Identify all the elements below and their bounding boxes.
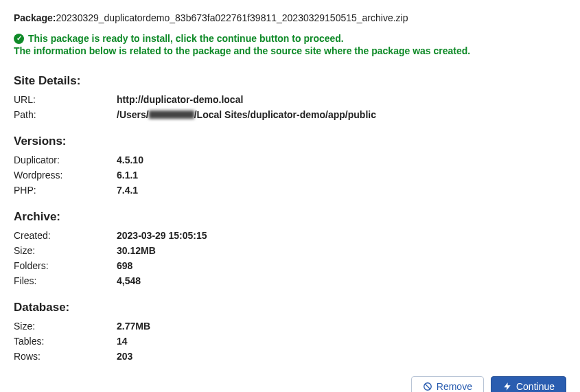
row-wordpress: Wordpress: 6.1.1 (14, 168, 566, 183)
package-filename: 20230329_duplicatordemo_83b673fa022761f3… (56, 12, 408, 23)
versions-heading: Versions: (14, 135, 566, 148)
archive-section: Archive: Created: 2023-03-29 15:05:15 Si… (14, 210, 566, 288)
db-size-label: Size: (14, 321, 117, 332)
row-duplicator: Duplicator: 4.5.10 (14, 152, 566, 168)
db-tables-label: Tables: (14, 336, 117, 347)
database-heading: Database: (14, 301, 566, 314)
database-section: Database: Size: 2.77MB Tables: 14 Rows: … (14, 301, 566, 364)
row-path: Path: /Users//Local Sites/duplicator-dem… (14, 107, 566, 122)
remove-button[interactable]: Remove (411, 376, 484, 392)
wordpress-value: 6.1.1 (117, 170, 138, 181)
duplicator-value: 4.5.10 (117, 154, 143, 165)
archive-folders-label: Folders: (14, 260, 117, 271)
package-label: Package: (14, 12, 56, 23)
button-bar: Remove Continue (14, 376, 566, 392)
package-line: Package:20230329_duplicatordemo_83b673fa… (14, 12, 566, 23)
db-tables-value: 14 (117, 336, 128, 347)
db-rows-value: 203 (117, 351, 132, 362)
db-size-value: 2.77MB (117, 321, 150, 332)
continue-button[interactable]: Continue (491, 376, 566, 392)
url-label: URL: (14, 94, 117, 105)
versions-section: Versions: Duplicator: 4.5.10 Wordpress: … (14, 135, 566, 198)
archive-folders-value: 698 (117, 260, 132, 271)
site-details-heading: Site Details: (14, 74, 566, 88)
archive-files-value: 4,548 (117, 275, 141, 286)
archive-created-label: Created: (14, 230, 117, 241)
status-ready-text: This package is ready to install, click … (28, 33, 344, 44)
row-archive-files: Files: 4,548 (14, 273, 566, 288)
status-ready: ✓ This package is ready to install, clic… (14, 33, 566, 44)
remove-button-label: Remove (437, 381, 472, 392)
check-circle-icon: ✓ (14, 34, 24, 44)
redacted-username (149, 111, 194, 119)
archive-size-label: Size: (14, 245, 117, 256)
wordpress-label: Wordpress: (14, 170, 117, 181)
row-db-rows: Rows: 203 (14, 349, 566, 364)
archive-heading: Archive: (14, 210, 566, 224)
row-archive-created: Created: 2023-03-29 15:05:15 (14, 228, 566, 243)
row-archive-size: Size: 30.12MB (14, 243, 566, 258)
path-value: /Users//Local Sites/duplicator-demo/app/… (117, 109, 376, 120)
continue-button-label: Continue (516, 381, 555, 392)
prohibit-icon (423, 382, 432, 391)
db-rows-label: Rows: (14, 351, 117, 362)
row-archive-folders: Folders: 698 (14, 258, 566, 273)
duplicator-label: Duplicator: (14, 154, 117, 165)
row-php: PHP: 7.4.1 (14, 183, 566, 198)
row-db-tables: Tables: 14 (14, 334, 566, 349)
site-details-section: Site Details: URL: http://duplicator-dem… (14, 74, 566, 122)
archive-created-value: 2023-03-29 15:05:15 (117, 230, 207, 241)
php-value: 7.4.1 (117, 185, 138, 196)
url-value: http://duplicator-demo.local (117, 94, 243, 105)
path-label: Path: (14, 109, 117, 120)
php-label: PHP: (14, 185, 117, 196)
archive-size-value: 30.12MB (117, 245, 156, 256)
row-db-size: Size: 2.77MB (14, 319, 566, 334)
archive-files-label: Files: (14, 275, 117, 286)
row-url: URL: http://duplicator-demo.local (14, 92, 566, 107)
bolt-icon (502, 382, 512, 391)
status-info: The information below is related to the … (14, 45, 566, 56)
svg-line-1 (425, 384, 430, 389)
